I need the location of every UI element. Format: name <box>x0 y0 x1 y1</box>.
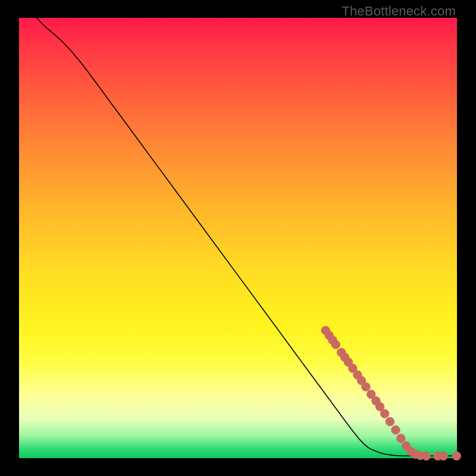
bottleneck-curve <box>36 18 457 456</box>
attribution-text: TheBottleneck.com <box>342 4 456 19</box>
data-point <box>362 383 370 391</box>
data-point <box>439 452 447 460</box>
data-point <box>392 425 400 434</box>
data-point <box>331 340 340 349</box>
data-point <box>452 452 461 460</box>
data-point <box>422 452 430 460</box>
data-point <box>397 434 405 443</box>
chart-svg <box>19 18 457 458</box>
chart-gradient-background <box>19 18 457 458</box>
data-point <box>386 417 394 425</box>
data-point <box>380 409 389 418</box>
